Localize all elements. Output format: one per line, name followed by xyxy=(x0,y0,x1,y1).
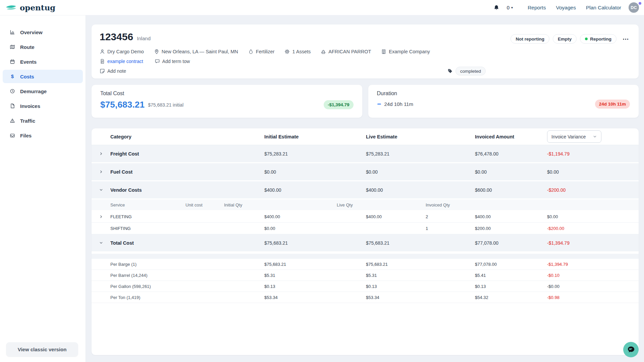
table-cell: $200.00 xyxy=(475,226,547,231)
table-cell: -$1,394.79 xyxy=(547,240,639,246)
table-cell: $0.00 xyxy=(366,169,426,175)
top-navbar: opentug 0 ▾ Reports Voyages Plan Calcula… xyxy=(0,0,644,15)
note-icon xyxy=(100,68,105,74)
row-per-gallon-598-261: Per Gallon (598,261)$0.13$0.13$0.13-$0.0… xyxy=(92,281,639,292)
row-label: FLEETING xyxy=(110,214,185,219)
status-badge-empty[interactable]: Empty xyxy=(553,34,577,44)
duration-title: Duration xyxy=(377,90,630,97)
status-badge-reporting[interactable]: Reporting xyxy=(580,34,616,44)
table-cell: $5.31 xyxy=(264,273,337,278)
nav-link-plan-calculator[interactable]: Plan Calculator xyxy=(586,5,621,11)
column-header-initial-estimate: Initial Estimate xyxy=(264,134,337,139)
bar-chart-icon xyxy=(9,29,15,35)
sidebar-item-label: Overview xyxy=(20,29,43,35)
chat-bubble-icon xyxy=(155,59,160,64)
sidebar-item-route[interactable]: Route xyxy=(3,40,83,54)
document-icon xyxy=(9,103,15,109)
table-cell: $400.00 xyxy=(366,187,426,193)
sidebar-nav: Overview Route Events $ Costs Demurrage … xyxy=(0,25,86,142)
sidebar-item-events[interactable]: Events xyxy=(3,55,83,68)
chat-icon xyxy=(627,345,635,354)
table-cell: -$1,194.79 xyxy=(547,151,639,157)
chevron-right-icon[interactable] xyxy=(96,149,106,159)
row-freight-cost: Freight Cost$75,283.21$75,283.21$76,478.… xyxy=(92,145,639,162)
view-classic-version-button[interactable]: View classic version xyxy=(6,342,78,357)
sidebar-item-label: Events xyxy=(20,59,37,65)
notifications-count-dropdown[interactable]: 0 ▾ xyxy=(507,5,513,10)
table-cell: Live Qty xyxy=(337,202,366,207)
sidebar-item-label: Traffic xyxy=(20,118,35,124)
invoice-variance-select[interactable]: Invoice Variance xyxy=(547,130,601,143)
sidebar-item-label: Costs xyxy=(20,74,34,79)
nav-link-reports[interactable]: Reports xyxy=(528,5,546,11)
chat-fab-button[interactable] xyxy=(623,342,639,357)
browser-extension-dot xyxy=(639,2,641,5)
map-icon xyxy=(9,44,15,50)
sidebar-item-files[interactable]: Files xyxy=(3,129,83,142)
chevron-down-icon xyxy=(593,134,597,139)
row-fleeting: FLEETING$400.00$400.002$400.00$0.00 xyxy=(92,211,639,223)
row-per-barge-1: Per Barge (1)$75,683.21$75,683.21$77,078… xyxy=(92,259,639,270)
table-cell: $400.00 xyxy=(264,187,337,193)
notifications-bell-icon[interactable] xyxy=(493,5,499,11)
table-cell: -$200.00 xyxy=(547,187,639,193)
chevron-right-icon[interactable] xyxy=(96,212,106,221)
status-badges: Not reporting Empty Reporting ⋯ xyxy=(511,33,631,45)
chevron-down-icon[interactable] xyxy=(96,185,106,195)
table-cell: $600.00 xyxy=(475,187,547,193)
more-options-button[interactable]: ⋯ xyxy=(621,35,631,43)
table-cell: -$0.10 xyxy=(547,273,639,278)
dollar-icon: $ xyxy=(9,74,15,79)
row-label: Total Cost xyxy=(110,240,264,246)
duration-value: 24d 10h 11m xyxy=(384,101,413,107)
sidebar-item-traffic[interactable]: Traffic xyxy=(3,114,83,127)
table-cell: $53.34 xyxy=(264,295,337,300)
add-note-button[interactable]: Add note xyxy=(100,68,126,74)
table-cell: $75,683.21 xyxy=(264,240,337,246)
tag-completed[interactable]: completed xyxy=(455,67,486,75)
row-label: Per Barge (1) xyxy=(110,262,264,267)
navbar-right: 0 ▾ Reports Voyages Plan Calculator DC xyxy=(493,2,639,13)
nav-links: Reports Voyages Plan Calculator xyxy=(528,5,621,11)
chevron-down-icon[interactable] xyxy=(96,238,106,248)
table-cell: $400.00 xyxy=(366,214,426,219)
table-cell: $0.13 xyxy=(475,284,547,289)
table-cell: Unit cost xyxy=(185,202,224,207)
status-badge-not-reporting[interactable]: Not reporting xyxy=(511,34,549,44)
nav-link-voyages[interactable]: Voyages xyxy=(556,5,576,11)
brand-logo[interactable]: opentug xyxy=(5,3,55,12)
chevron-right-icon[interactable] xyxy=(96,167,106,177)
clock-icon xyxy=(9,88,15,94)
table-cell: $75,683.21 xyxy=(264,262,337,267)
helm-icon xyxy=(284,49,290,54)
row-label: SHIFTING xyxy=(110,226,185,231)
map-pin-icon xyxy=(154,49,159,54)
contract-link[interactable]: example contract xyxy=(107,59,143,64)
table-cell: $53.34 xyxy=(366,295,426,300)
user-avatar[interactable]: DC xyxy=(629,2,639,13)
service-subheader-row: ServiceUnit costInitial QtyLive QtyInvoi… xyxy=(92,199,639,210)
voyage-subtitle: Inland xyxy=(137,36,151,41)
row-vendor-costs: Vendor Costs$400.00$400.00$600.00-$200.0… xyxy=(92,181,639,198)
table-cell: $0.00 xyxy=(547,214,639,219)
row-shifting: SHIFTING$0.001$200.00-$200.00 xyxy=(92,223,639,234)
total-cost-title: Total Cost xyxy=(100,90,354,97)
table-cell: $5.41 xyxy=(475,273,547,278)
table-cell: $75,283.21 xyxy=(366,151,426,157)
sidebar-item-demurrage[interactable]: Demurrage xyxy=(3,84,83,98)
sidebar-item-overview[interactable]: Overview xyxy=(3,25,83,39)
contract-document-icon xyxy=(100,59,105,64)
sidebar-item-invoices[interactable]: Invoices xyxy=(3,99,83,113)
brand-swoosh-icon xyxy=(5,4,17,11)
costs-table-card: Category Initial Estimate Live Estimate … xyxy=(91,128,639,355)
minus-icon xyxy=(377,102,381,106)
meta-assets: 1 Assets xyxy=(284,49,311,54)
costs-table-body: Freight Cost$75,283.21$75,283.21$76,478.… xyxy=(92,145,639,303)
table-cell: $77,078.00 xyxy=(475,262,547,267)
sidebar-item-costs[interactable]: $ Costs xyxy=(3,70,83,83)
row-per-ton-1-419: Per Ton (1,419)$53.34$53.34$54.32-$0.98 xyxy=(92,292,639,303)
column-header-invoiced-amount: Invoiced Amount xyxy=(475,134,547,139)
add-term-tow[interactable]: Add term tow xyxy=(155,59,190,64)
sidebar-item-label: Route xyxy=(20,44,35,50)
costs-table-header: Category Initial Estimate Live Estimate … xyxy=(92,128,639,145)
